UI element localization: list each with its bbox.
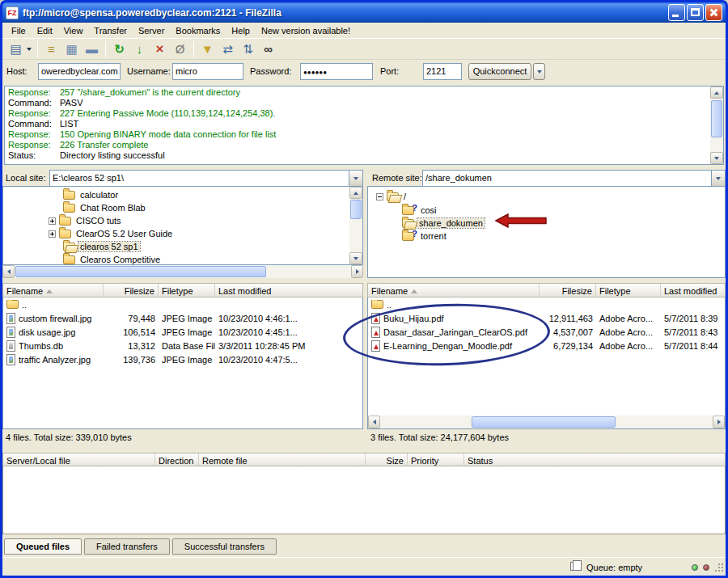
scroll-right-button[interactable] xyxy=(713,416,725,428)
file-row-custom-firewall[interactable]: custom firewall.jpg 79,448 JPEG Image 10… xyxy=(3,311,362,325)
port-input[interactable]: 2121 xyxy=(423,63,462,80)
menu-transfer[interactable]: Transfer xyxy=(88,24,133,37)
process-queue-button[interactable]: ↓ xyxy=(129,40,150,58)
column-header-status[interactable]: Status xyxy=(464,454,725,466)
menu-view[interactable]: View xyxy=(58,24,89,37)
local-tree-h-scrollbar[interactable] xyxy=(2,265,363,278)
scroll-left-button[interactable] xyxy=(2,265,15,278)
scroll-up-button[interactable] xyxy=(349,187,362,199)
site-manager-dropdown-icon[interactable] xyxy=(27,48,32,51)
expand-plus-icon[interactable] xyxy=(49,230,56,238)
find-files-button[interactable]: ∞ xyxy=(258,40,278,58)
scroll-down-button[interactable] xyxy=(710,152,723,164)
scroll-thumb[interactable] xyxy=(15,266,266,277)
tree-item-cosi[interactable]: ?cosi xyxy=(402,204,438,217)
local-tree-scrollbar[interactable] xyxy=(349,187,362,264)
arrow-up-icon xyxy=(714,91,719,95)
scroll-left-button[interactable] xyxy=(368,416,380,428)
refresh-button[interactable]: ↻ xyxy=(109,40,129,58)
maximize-button[interactable] xyxy=(687,4,704,21)
tree-item-calculator[interactable]: calculator xyxy=(63,188,120,201)
synchronized-browsing-button[interactable]: ⇅ xyxy=(238,40,258,58)
folder-icon xyxy=(6,300,19,309)
menu-bookmarks[interactable]: Bookmarks xyxy=(170,24,226,37)
local-list-header: Filename Filesize Filetype Last modified xyxy=(2,283,363,297)
toggle-tree-views-button[interactable]: ▦ xyxy=(61,40,82,58)
scroll-thumb[interactable] xyxy=(472,416,616,428)
arrow-down-icon xyxy=(714,157,719,160)
file-row-disk-usage[interactable]: disk usage.jpg 106,514 JPEG Image 10/23/… xyxy=(3,325,362,339)
tree-item-clearos-user-guide[interactable]: ClearOS 5.2 User Guide xyxy=(49,227,174,240)
tree-item-torrent[interactable]: ?torrent xyxy=(402,230,448,243)
tree-item-chat-room-blab[interactable]: Chat Room Blab xyxy=(63,201,147,214)
file-row-updir[interactable]: .. xyxy=(3,297,362,311)
resize-grip[interactable] xyxy=(718,563,720,565)
tree-item-clearos-competitive[interactable]: Clearos Competitive xyxy=(63,253,162,265)
local-site-combobox[interactable]: E:\clearos 52 sp1\ xyxy=(49,170,363,187)
transfer-queue-list[interactable] xyxy=(2,466,726,534)
column-header-filename[interactable]: Filename xyxy=(368,284,540,297)
scroll-down-button[interactable] xyxy=(349,252,362,264)
toggle-transfer-queue-button[interactable]: ▬ xyxy=(82,40,102,58)
menu-edit[interactable]: Edit xyxy=(32,24,58,37)
column-header-size[interactable]: Size xyxy=(366,454,408,466)
column-header-last-modified[interactable]: Last modified xyxy=(215,284,362,297)
message-log[interactable]: Response:257 "/share_dokumen" is the cur… xyxy=(4,86,724,165)
title-bar[interactable]: FZ ftp://micro@spensa.poweredbyclear.com… xyxy=(2,2,726,23)
menu-file[interactable]: File xyxy=(6,24,32,37)
column-header-filesize[interactable]: Filesize xyxy=(540,284,596,297)
column-header-last-modified[interactable]: Last modified xyxy=(661,284,725,297)
file-row-traffic-analyzer[interactable]: traffic Analyzer.jpg 139,736 JPEG Image … xyxy=(3,352,362,366)
remote-list-h-scrollbar[interactable] xyxy=(368,416,725,428)
sort-ascending-icon xyxy=(411,289,417,293)
expand-plus-icon[interactable] xyxy=(49,217,56,225)
sync-browsing-icon: ⇅ xyxy=(243,43,253,55)
file-row-thumbs-db[interactable]: Thumbs.db 13,312 Data Base File 3/3/2011… xyxy=(3,339,362,352)
tab-successful-transfers[interactable]: Successful transfers xyxy=(172,538,277,555)
menu-help[interactable]: Help xyxy=(226,24,256,37)
menu-new-version[interactable]: New version available! xyxy=(256,24,356,37)
remote-site-dropdown-button[interactable] xyxy=(711,171,725,186)
directory-comparison-button[interactable]: ⇄ xyxy=(218,40,238,58)
scroll-thumb[interactable] xyxy=(350,200,362,219)
filename-filters-button[interactable]: ▼ xyxy=(197,40,218,58)
tab-failed-transfers[interactable]: Failed transfers xyxy=(84,538,170,555)
column-header-filetype[interactable]: Filetype xyxy=(596,284,661,297)
scroll-up-button[interactable] xyxy=(710,86,723,99)
quickconnect-dropdown-button[interactable] xyxy=(533,63,545,80)
cancel-button[interactable]: × xyxy=(150,40,170,58)
disconnect-button[interactable]: Ø xyxy=(170,40,190,58)
scroll-thumb[interactable] xyxy=(711,100,722,137)
log-scrollbar[interactable] xyxy=(710,86,723,164)
scroll-right-button[interactable] xyxy=(351,265,363,278)
column-header-remote-file[interactable]: Remote file xyxy=(199,454,366,466)
quickconnect-button[interactable]: Quickconnect xyxy=(468,63,531,80)
site-manager-button[interactable]: ▤ xyxy=(6,40,26,58)
collapse-minus-icon[interactable] xyxy=(376,193,383,200)
toggle-message-log-button[interactable]: ≡ xyxy=(41,40,61,58)
folder-icon xyxy=(63,204,75,213)
column-header-filename[interactable]: Filename xyxy=(3,284,104,297)
column-header-filetype[interactable]: Filetype xyxy=(159,284,215,297)
password-input[interactable]: ●●●●●● xyxy=(300,63,373,80)
tree-item-root[interactable]: / xyxy=(376,190,408,203)
local-directory-tree[interactable]: calculator Chat Room Blab CISCO tuts Cle… xyxy=(2,186,363,265)
host-input[interactable]: oweredbyclear.com xyxy=(38,63,121,80)
chevron-down-icon xyxy=(353,177,358,180)
tab-queued-files[interactable]: Queued files xyxy=(4,538,82,555)
column-header-priority[interactable]: Priority xyxy=(408,454,464,466)
minimize-button[interactable] xyxy=(668,4,685,21)
tree-item-clearos-52-sp1[interactable]: clearos 52 sp1 xyxy=(63,240,140,253)
column-header-direction[interactable]: Direction xyxy=(155,454,199,466)
local-site-dropdown-button[interactable] xyxy=(349,171,362,186)
menu-server[interactable]: Server xyxy=(133,24,170,37)
remote-directory-tree[interactable]: / ?cosi share_dokumen ?torrent xyxy=(367,186,726,278)
column-header-filesize[interactable]: Filesize xyxy=(104,284,159,297)
close-button[interactable] xyxy=(705,4,722,21)
remote-site-combobox[interactable]: /share_dokumen xyxy=(422,170,726,187)
local-file-list[interactable]: .. custom firewall.jpg 79,448 JPEG Image… xyxy=(2,297,363,429)
column-header-server-local-file[interactable]: Server/Local file xyxy=(3,454,155,466)
tree-item-cisco-tuts[interactable]: CISCO tuts xyxy=(49,214,123,227)
username-input[interactable]: micro xyxy=(172,63,243,80)
site-manager-icon: ▤ xyxy=(10,43,21,55)
